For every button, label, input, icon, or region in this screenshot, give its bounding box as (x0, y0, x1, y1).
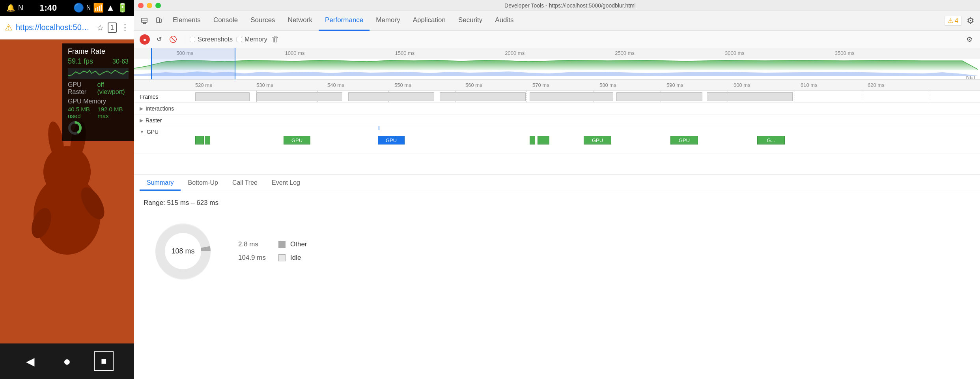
reload-record-button[interactable]: ↺ (154, 34, 164, 45)
raster-text: Raster (146, 117, 162, 124)
record-button[interactable]: ● (140, 34, 150, 45)
clear-button[interactable]: 🚫 (168, 34, 178, 45)
gpu-raster-row: GPU Raster off (viewport) (68, 81, 129, 96)
ruler-tick-1500: 1500 ms (395, 50, 414, 56)
devtools-title-bar: Developer Tools - https://localhost:5000… (134, 0, 980, 11)
more-options-icon[interactable]: ⋮ (121, 23, 129, 33)
ruler-tick-500: 500 ms (176, 50, 193, 56)
interactions-label: ▶ Interactions (134, 105, 195, 112)
frame-block-3: 17.0 ms (348, 92, 434, 101)
raster-label: ▶ Raster (134, 117, 195, 124)
timeline-overview[interactable]: 500 ms 1000 ms 1500 ms 2000 ms 2500 ms 3… (134, 48, 980, 80)
tab-console[interactable]: Console (207, 11, 244, 31)
tab-audits[interactable]: Audits (489, 11, 520, 31)
tab-call-tree[interactable]: Call Tree (225, 176, 265, 191)
gpu-memory-label: GPU Memory (68, 98, 129, 105)
maximize-button[interactable] (155, 3, 161, 8)
main-timeline: 520 ms 530 ms 540 ms 550 ms 560 ms 570 m… (134, 80, 980, 174)
pie-center-label: 108 ms (171, 247, 194, 255)
minimize-button[interactable] (147, 3, 152, 8)
tab-application[interactable]: Application (407, 11, 452, 31)
bottom-panel: Summary Bottom-Up Call Tree Event Log Ra… (134, 174, 980, 379)
warning-icon: ⚠ (948, 17, 953, 24)
frames-content: .9 ms 16.5 ms 17.0 ms 18.1 ms 15.7 ms (195, 91, 980, 102)
nfc-icon: N (86, 4, 91, 11)
svg-rect-14 (159, 19, 161, 23)
warning-badge: ⚠ 4 (944, 16, 962, 26)
phone-nav: ◀ ● ■ (0, 343, 134, 379)
svg-rect-13 (157, 18, 159, 23)
signal-icon: ▲ (106, 3, 115, 13)
frame-block-4: 18.1 ms (440, 92, 526, 101)
screenshots-checkbox[interactable] (190, 37, 195, 42)
memory-checkbox[interactable] (237, 37, 242, 42)
frames-label: Frames (134, 94, 195, 100)
tab-event-log[interactable]: Event Log (265, 176, 307, 191)
tab-summary[interactable]: Summary (140, 176, 181, 191)
window-title: Developer Tools - https://localhost:5000… (164, 2, 976, 9)
nav-home-button[interactable]: ● (57, 351, 77, 371)
fps-range: 30-63 (112, 58, 129, 65)
tab-elements[interactable]: Elements (166, 11, 207, 31)
bookmark-icon: ☆ (97, 23, 104, 32)
ruler-tick-2000: 2000 ms (505, 50, 525, 56)
perf-settings-button[interactable]: ⚙ (964, 34, 974, 45)
memory-perf-label: Memory (245, 36, 267, 43)
bottom-tabs: Summary Bottom-Up Call Tree Event Log (134, 174, 980, 191)
tab-sources[interactable]: Sources (244, 11, 281, 31)
gpu-memory-max: 192.0 MB max (97, 106, 129, 119)
timeline-cursor (379, 126, 379, 130)
devtools-tabs-toolbar: Elements Console Sources Network Perform… (134, 11, 980, 31)
tabs-count-icon[interactable]: 1 (108, 23, 117, 33)
phone-status-icons-right: 🔵 N 📶 ▲ 🔋 (73, 3, 128, 13)
gpu-text: GPU (147, 129, 159, 135)
frame-rate-widget: Frame Rate 59.1 fps 30-63 GPU Raster off… (62, 43, 134, 141)
zoom-tick-580: 580 ms (599, 82, 616, 88)
gpu-memory-donut (68, 121, 82, 135)
close-button[interactable] (138, 3, 144, 8)
inspect-element-button[interactable] (138, 15, 151, 27)
tab-performance[interactable]: Performance (319, 11, 370, 31)
gpu-content: GPU GPU GPU GPU G... (195, 126, 980, 154)
battery-icon: 🔋 (117, 3, 128, 13)
ruler-tick-1000: 1000 ms (285, 50, 305, 56)
phone-address-actions: ☆ 1 ⋮ (97, 23, 129, 33)
interactions-text: Interactions (146, 105, 174, 112)
tab-security[interactable]: Security (452, 11, 489, 31)
zoom-tick-600: 600 ms (734, 82, 750, 88)
device-mode-button[interactable] (152, 15, 165, 27)
gpu-block-9: G... (757, 136, 785, 144)
gpu-memory-used: 40.5 MB used (68, 106, 97, 119)
gpu-expand[interactable]: ▼ (140, 129, 144, 135)
settings-button[interactable]: ⚙ (965, 14, 976, 28)
gpu-raster-label: GPU Raster (68, 81, 97, 96)
tab-bottom-up[interactable]: Bottom-Up (181, 176, 225, 191)
fps-value: 59.1 fps (68, 57, 93, 66)
tab-memory[interactable]: Memory (370, 11, 406, 31)
address-warning-icon: ⚠ (5, 23, 13, 33)
zoom-tick-610: 610 ms (801, 82, 818, 88)
other-color-swatch (278, 241, 286, 248)
phone-status-icons-left: 🔔 N (6, 4, 23, 12)
trash-button[interactable]: 🗑 (271, 35, 279, 44)
gpu-block-6 (538, 136, 549, 144)
raster-expand[interactable]: ▶ (140, 118, 143, 123)
memory-checkbox-group[interactable]: Memory (237, 36, 267, 43)
timeline-zoom-ruler: 520 ms 530 ms 540 ms 550 ms 560 ms 570 m… (134, 80, 980, 91)
nav-back-button[interactable]: ◀ (21, 351, 40, 371)
interactions-expand[interactable]: ▶ (140, 106, 143, 111)
zoom-tick-590: 590 ms (666, 82, 683, 88)
zoom-tick-620: 620 ms (868, 82, 885, 88)
nav-recents-button[interactable]: ■ (94, 351, 114, 371)
range-text: Range: 515 ms – 623 ms (144, 199, 971, 207)
perf-toolbar: ● ↺ 🚫 Screenshots Memory 🗑 ⚙ (134, 31, 980, 48)
screenshots-checkbox-group[interactable]: Screenshots (190, 36, 233, 43)
tab-network[interactable]: Network (282, 11, 319, 31)
svg-marker-15 (134, 60, 978, 70)
legend-idle: 104.9 ms Idle (238, 254, 307, 262)
cpu-graph (134, 70, 980, 76)
frame-block-7: 16.5 ms (707, 92, 793, 101)
idle-color-swatch (278, 254, 286, 261)
ruler-tick-3000: 3000 ms (725, 50, 745, 56)
devtools-tabs: Elements Console Sources Network Perform… (166, 11, 943, 31)
